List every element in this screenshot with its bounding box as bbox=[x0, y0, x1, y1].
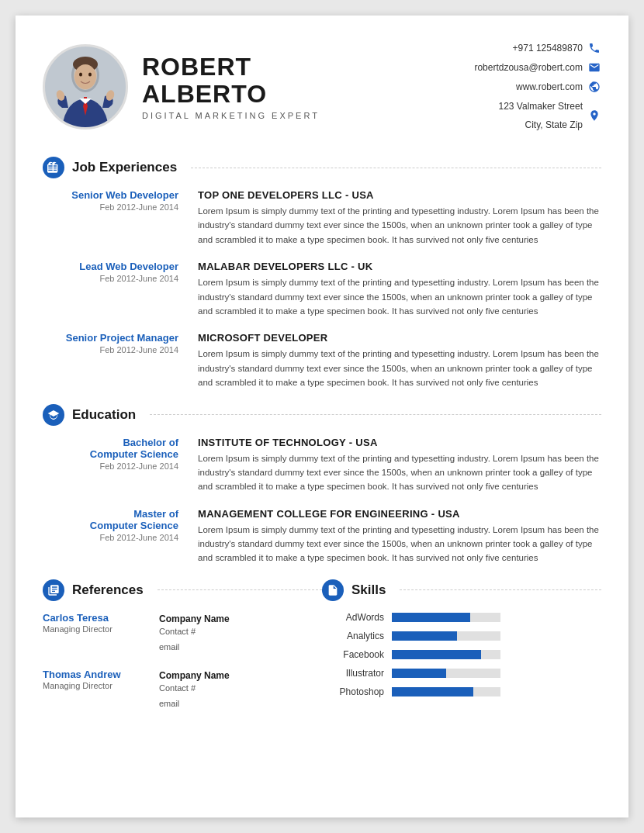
skill-label: Facebook bbox=[322, 649, 384, 660]
ref-name: Thomas Andrew bbox=[43, 669, 136, 680]
skill-label: Photoshop bbox=[322, 686, 384, 697]
address2-text: City, State Zip bbox=[499, 116, 583, 134]
name-line1: ROBERT bbox=[142, 54, 320, 81]
skill-row: Illustrator bbox=[322, 668, 601, 679]
email-row: robertdzousa@robert.com bbox=[474, 58, 601, 77]
skills-section-title: Skills bbox=[351, 582, 386, 598]
ref-section-header: References bbox=[43, 579, 322, 601]
job-icon bbox=[43, 157, 64, 178]
entry-item: Senior Web Developer Feb 2012-June 2014 … bbox=[43, 189, 601, 247]
job-section-header: Job Experiences bbox=[43, 157, 601, 178]
ref-section-title: References bbox=[72, 582, 144, 598]
skill-label: Analytics bbox=[322, 631, 384, 641]
entry-date: Feb 2012-June 2014 bbox=[43, 202, 178, 212]
entry-role: Bachelor ofComputer Science bbox=[43, 437, 178, 460]
phone-row: +971 125489870 bbox=[474, 39, 601, 57]
entry-left: Senior Project Manager Feb 2012-June 201… bbox=[43, 332, 198, 389]
ref-contact: Contact #email bbox=[159, 681, 230, 712]
svg-point-9 bbox=[88, 73, 92, 77]
edu-section-title: Education bbox=[72, 407, 136, 423]
entry-role: Lead Web Developer bbox=[43, 261, 178, 272]
ref-contact-block: Company Name Contact #email bbox=[159, 670, 230, 712]
ref-title: Managing Director bbox=[43, 681, 136, 690]
skill-bar-bg bbox=[392, 613, 500, 622]
skill-bar-fill bbox=[392, 669, 446, 678]
entry-date: Feb 2012-June 2014 bbox=[43, 345, 178, 354]
job-section-line bbox=[191, 168, 601, 168]
job-section-title: Job Experiences bbox=[72, 160, 177, 175]
entry-date: Feb 2012-June 2014 bbox=[43, 461, 178, 471]
email-icon bbox=[587, 60, 601, 74]
entry-company: TOP ONE DEVELOPERS LLC - USA bbox=[198, 189, 601, 201]
address1-text: 123 Valmaker Street bbox=[499, 97, 583, 116]
entry-desc: Lorem Ipsum is simply dummy text of the … bbox=[198, 523, 601, 565]
skill-bar-bg bbox=[392, 650, 500, 659]
entry-company: MANAGEMENT COLLEGE FOR ENGINEERING - USA bbox=[198, 508, 601, 520]
ref-entry: Thomas Andrew Managing Director bbox=[43, 669, 136, 695]
entry-desc: Lorem Ipsum is simply dummy text of the … bbox=[198, 451, 601, 494]
edu-entries: Bachelor ofComputer Science Feb 2012-Jun… bbox=[43, 437, 601, 565]
edu-section-header: Education bbox=[43, 404, 601, 426]
ref-company: Company Name bbox=[159, 670, 230, 681]
website-row: www.robert.com bbox=[474, 78, 601, 96]
skills-section-header: Skills bbox=[322, 579, 601, 601]
entry-item: Lead Web Developer Feb 2012-June 2014 MA… bbox=[43, 261, 601, 318]
entry-right: MANAGEMENT COLLEGE FOR ENGINEERING - USA… bbox=[198, 508, 601, 565]
job-entries: Senior Web Developer Feb 2012-June 2014 … bbox=[43, 189, 601, 390]
svg-point-7 bbox=[74, 64, 96, 89]
ref-company: Company Name bbox=[159, 614, 230, 624]
ref-entry-row: Thomas Andrew Managing Director Company … bbox=[43, 669, 322, 712]
entry-right: TOP ONE DEVELOPERS LLC - USA Lorem Ipsum… bbox=[198, 189, 601, 247]
entry-company: INSTITUTE OF TECHNOLOGY - USA bbox=[198, 437, 601, 448]
email-text: robertdzousa@robert.com bbox=[474, 58, 583, 77]
entry-date: Feb 2012-June 2014 bbox=[43, 533, 178, 542]
ref-name: Carlos Teresa bbox=[43, 612, 136, 624]
skill-row: Photoshop bbox=[322, 686, 601, 697]
skill-label: AdWords bbox=[322, 612, 384, 623]
edu-icon bbox=[43, 404, 64, 426]
education-section: Education Bachelor ofComputer Science Fe… bbox=[43, 404, 601, 565]
entry-desc: Lorem Ipsum is simply dummy text of the … bbox=[198, 347, 601, 389]
skill-label: Illustrator bbox=[322, 668, 384, 679]
skills-icon bbox=[322, 579, 344, 601]
header-right: +971 125489870 robertdzousa@robert.com w… bbox=[474, 39, 601, 135]
name-line2: ALBERTO bbox=[142, 81, 320, 108]
edu-section-line bbox=[150, 414, 601, 415]
entry-company: MICROSOFT DEVELOPER bbox=[198, 332, 601, 344]
skill-row: AdWords bbox=[322, 612, 601, 623]
skills-entries: AdWords Analytics Facebook Illustrator P… bbox=[322, 612, 601, 697]
entry-desc: Lorem Ipsum is simply dummy text of the … bbox=[198, 204, 601, 247]
ref-title: Managing Director bbox=[43, 624, 136, 634]
job-experiences-section: Job Experiences Senior Web Developer Feb… bbox=[43, 157, 601, 390]
entry-right: MALABAR DEVELOPERS LLC - UK Lorem Ipsum … bbox=[198, 261, 601, 318]
ref-entries: Carlos Teresa Managing Director Company … bbox=[43, 612, 322, 712]
subtitle: DIGITAL MARKETING EXPERT bbox=[142, 111, 320, 120]
entry-company: MALABAR DEVELOPERS LLC - UK bbox=[198, 261, 601, 272]
entry-left: Bachelor ofComputer Science Feb 2012-Jun… bbox=[43, 437, 198, 494]
ref-contact: Contact #email bbox=[159, 624, 230, 655]
skill-row: Analytics bbox=[322, 631, 601, 641]
name-block: ROBERT ALBERTO DIGITAL MARKETING EXPERT bbox=[142, 54, 320, 120]
svg-point-8 bbox=[79, 73, 82, 77]
skill-row: Facebook bbox=[322, 649, 601, 660]
phone-icon bbox=[587, 41, 601, 55]
globe-icon bbox=[587, 80, 601, 94]
location-icon bbox=[587, 109, 601, 123]
entry-left: Master ofComputer Science Feb 2012-June … bbox=[43, 508, 198, 565]
skill-bar-bg bbox=[392, 669, 500, 678]
skill-bar-fill bbox=[392, 687, 473, 696]
header-left: ROBERT ALBERTO DIGITAL MARKETING EXPERT bbox=[43, 44, 320, 130]
address-row: 123 Valmaker Street City, State Zip bbox=[474, 97, 601, 134]
skill-bar-fill bbox=[392, 631, 457, 641]
entry-role: Master ofComputer Science bbox=[43, 508, 178, 531]
avatar bbox=[43, 44, 128, 130]
entry-item: Senior Project Manager Feb 2012-June 201… bbox=[43, 332, 601, 389]
entry-left: Senior Web Developer Feb 2012-June 2014 bbox=[43, 189, 198, 247]
entry-right: INSTITUTE OF TECHNOLOGY - USA Lorem Ipsu… bbox=[198, 437, 601, 494]
phone-text: +971 125489870 bbox=[513, 39, 583, 57]
bottom-row: References Carlos Teresa Managing Direct… bbox=[43, 579, 601, 726]
ref-entry-row: Carlos Teresa Managing Director Company … bbox=[43, 612, 322, 655]
entry-item: Master ofComputer Science Feb 2012-June … bbox=[43, 508, 601, 565]
skills-section-line bbox=[400, 589, 601, 590]
ref-entry: Carlos Teresa Managing Director bbox=[43, 612, 136, 638]
